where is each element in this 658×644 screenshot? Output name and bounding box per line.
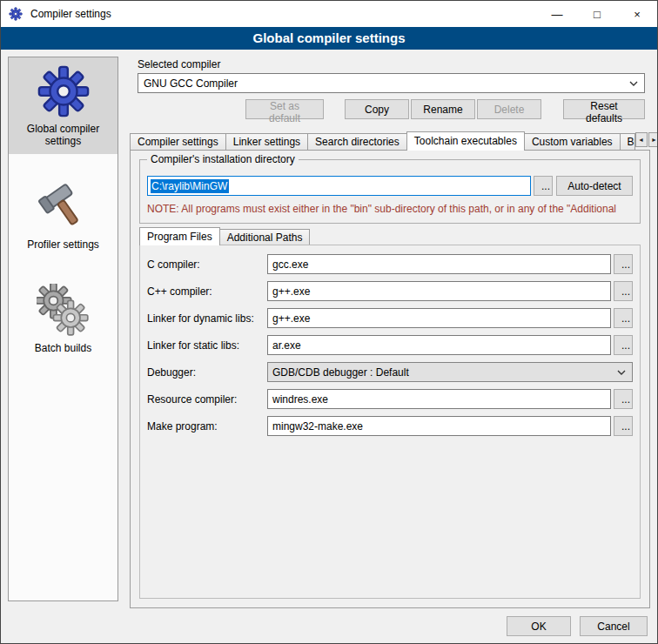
chevron-down-icon — [617, 370, 626, 375]
tab-linker-settings[interactable]: Linker settings — [225, 133, 308, 150]
field-row-linker-dynamic: Linker for dynamic libs: g++.exe ... — [147, 308, 633, 328]
linker-static-input[interactable]: ar.exe — [267, 335, 611, 355]
browse-linker-static-button[interactable]: ... — [614, 335, 633, 355]
window-title: Compiler settings — [30, 8, 111, 20]
right-arrow-icon: ► — [651, 137, 657, 143]
sidebar-item-label: Global compiler settings — [10, 123, 116, 147]
linker-dynamic-input[interactable]: g++.exe — [267, 308, 611, 328]
tab-compiler-settings[interactable]: Compiler settings — [130, 133, 226, 150]
browse-install-dir-button[interactable]: ... — [534, 176, 553, 196]
blue-gear-icon — [37, 64, 91, 118]
browse-cpp-compiler-button[interactable]: ... — [614, 281, 633, 301]
browse-linker-dynamic-button[interactable]: ... — [614, 308, 633, 328]
sidebar-item-label: Batch builds — [35, 342, 91, 354]
field-value: g++.exe — [272, 312, 310, 325]
sidebar-item-profiler-settings[interactable]: Profiler settings — [9, 173, 118, 258]
tab-program-files[interactable]: Program Files — [139, 227, 220, 245]
field-label: C compiler: — [147, 258, 267, 271]
field-row-cpp-compiler: C++ compiler: g++.exe ... — [147, 281, 633, 301]
program-files-page: C compiler: gcc.exe ... C++ compiler: g+… — [139, 245, 641, 599]
field-row-make-program: Make program: mingw32-make.exe ... — [147, 416, 633, 436]
set-as-default-button: Set as default — [245, 99, 324, 119]
field-value: mingw32-make.exe — [272, 420, 363, 433]
close-button[interactable]: × — [617, 1, 657, 27]
field-label: Linker for dynamic libs: — [147, 312, 267, 325]
maximize-button[interactable]: □ — [577, 1, 617, 27]
field-label: Make program: — [147, 420, 267, 433]
settings-notebook: Compiler settings Linker settings Search… — [130, 131, 650, 608]
tab-additional-paths[interactable]: Additional Paths — [219, 229, 311, 245]
field-value: ar.exe — [272, 339, 301, 352]
tab-search-directories[interactable]: Search directories — [307, 133, 407, 150]
tab-scroll-right-button[interactable]: ► — [648, 132, 658, 147]
browse-resource-compiler-button[interactable]: ... — [614, 389, 633, 409]
compiler-select[interactable]: GNU GCC Compiler — [138, 73, 645, 93]
minimize-icon: — — [552, 8, 563, 21]
field-value: windres.exe — [272, 393, 328, 406]
minimize-button[interactable]: — — [537, 1, 577, 27]
maximize-icon: □ — [594, 8, 601, 21]
programs-notebook: Program Files Additional Paths C compile… — [139, 226, 641, 599]
close-icon: × — [634, 8, 641, 21]
reset-defaults-button[interactable]: Reset defaults — [563, 99, 645, 119]
installation-directory-value: C:\raylib\MinGW — [151, 179, 229, 193]
field-row-linker-static: Linker for static libs: ar.exe ... — [147, 335, 633, 355]
selected-compiler-label: Selected compiler — [138, 58, 220, 70]
sidebar-item-batch-builds[interactable]: Batch builds — [9, 277, 118, 361]
app-icon — [9, 7, 23, 21]
field-value: GDB/CDB debugger : Default — [272, 366, 409, 379]
tab-scroll-left-button[interactable]: ◄ — [635, 132, 648, 147]
group-title: Compiler's installation directory — [147, 153, 299, 165]
field-row-c-compiler: C compiler: gcc.exe ... — [147, 254, 633, 274]
field-label: Linker for static libs: — [147, 339, 267, 352]
cpp-compiler-input[interactable]: g++.exe — [267, 281, 611, 301]
main-panel: Selected compiler GNU GCC Compiler Set a… — [128, 55, 652, 608]
gray-gears-icon — [37, 284, 91, 338]
installation-directory-row: C:\raylib\MinGW ... Auto-detect — [147, 176, 633, 196]
copy-button[interactable]: Copy — [345, 99, 409, 119]
field-value: g++.exe — [272, 285, 310, 298]
installation-directory-input[interactable]: C:\raylib\MinGW — [147, 176, 531, 196]
compiler-actions: Set as default Copy Rename Delete Reset … — [138, 99, 645, 119]
browse-make-program-button[interactable]: ... — [614, 416, 633, 436]
auto-detect-button[interactable]: Auto-detect — [556, 176, 633, 196]
tab-scroll-controls: ◄ ► — [634, 132, 658, 147]
titlebar[interactable]: Compiler settings — □ × — [1, 1, 657, 27]
field-row-debugger: Debugger: GDB/CDB debugger : Default — [147, 362, 633, 382]
field-value: gcc.exe — [272, 258, 308, 271]
programs-note: NOTE: All programs must exist either in … — [147, 203, 639, 215]
delete-button: Delete — [477, 99, 541, 119]
tab-strip: Compiler settings Linker settings Search… — [130, 131, 650, 150]
dialog-footer: OK Cancel — [507, 616, 648, 636]
sidebar-item-label: Profiler settings — [27, 238, 99, 251]
rename-button[interactable]: Rename — [411, 99, 475, 119]
window-controls: — □ × — [537, 1, 657, 27]
tab-custom-variables[interactable]: Custom variables — [524, 133, 621, 150]
hammer-icon — [37, 180, 91, 234]
field-row-resource-compiler: Resource compiler: windres.exe ... — [147, 389, 633, 409]
tab-build-options[interactable]: Build options — [620, 133, 635, 150]
cancel-button[interactable]: Cancel — [580, 616, 648, 636]
toolchain-executables-page: Compiler's installation directory C:\ray… — [130, 150, 650, 608]
inner-tab-strip: Program Files Additional Paths — [139, 226, 641, 245]
left-arrow-icon: ◄ — [638, 137, 644, 143]
settings-category-list: Global compiler settings Profiler settin… — [8, 57, 118, 601]
field-label: Debugger: — [147, 366, 267, 379]
chevron-down-icon — [629, 81, 638, 86]
resource-compiler-input[interactable]: windres.exe — [267, 389, 611, 409]
browse-c-compiler-button[interactable]: ... — [614, 254, 633, 274]
dialog-header-title: Global compiler settings — [1, 27, 657, 50]
c-compiler-input[interactable]: gcc.exe — [267, 254, 611, 274]
compiler-select-value: GNU GCC Compiler — [144, 77, 238, 90]
tab-toolchain-executables[interactable]: Toolchain executables — [406, 131, 525, 151]
compiler-settings-dialog: Compiler settings — □ × Global compiler … — [0, 0, 658, 644]
field-label: Resource compiler: — [147, 393, 267, 406]
ok-button[interactable]: OK — [507, 616, 571, 636]
installation-directory-group: Compiler's installation directory C:\ray… — [139, 159, 641, 224]
field-label: C++ compiler: — [147, 285, 267, 298]
sidebar-item-global-compiler-settings[interactable]: Global compiler settings — [9, 57, 118, 154]
make-program-input[interactable]: mingw32-make.exe — [267, 416, 611, 436]
debugger-select[interactable]: GDB/CDB debugger : Default — [267, 362, 633, 382]
